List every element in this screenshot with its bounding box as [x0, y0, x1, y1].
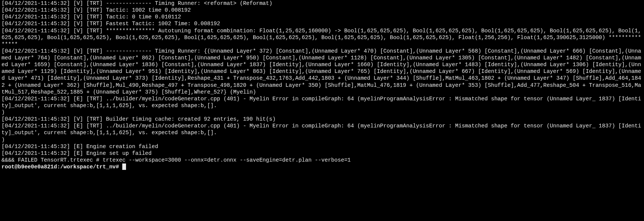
terminal-output[interactable]: [04/12/2021-11:45:32] [V] [TRT] --------… [0, 0, 644, 171]
log-line: [04/12/2021-11:45:32] [V] [TRT] Fastest … [2, 21, 220, 27]
log-line-autotuning: [04/12/2021-11:45:32] [V] [TRT] ********… [2, 28, 641, 47]
shell-prompt: root@b9ee0e0a821d:/workspace/trt_nv# [2, 164, 122, 170]
log-line-timing-runner: [04/12/2021-11:45:32] [V] [TRT] --------… [2, 48, 641, 95]
log-line: [04/12/2021-11:45:32] [V] [TRT] Builder … [2, 116, 276, 122]
log-line-failed: &&&& FAILED TensorRT.trtexec # trtexec -… [2, 157, 351, 163]
log-line: [04/12/2021-11:45:32] [V] [TRT] --------… [2, 0, 272, 6]
log-line: ) [2, 137, 5, 143]
log-line-error: [04/12/2021-11:45:32] [E] [TRT] ../build… [2, 96, 641, 109]
log-line-error: [04/12/2021-11:45:32] [E] Engine set up … [2, 150, 152, 156]
log-line: ) [2, 109, 5, 115]
log-line-error: [04/12/2021-11:45:32] [E] [TRT] ../build… [2, 123, 641, 136]
log-line: [04/12/2021-11:45:32] [V] [TRT] Tactic: … [2, 14, 181, 20]
cursor-icon[interactable] [122, 163, 126, 170]
log-line: [04/12/2021-11:45:32] [V] [TRT] Tactic: … [2, 7, 191, 13]
log-line-error: [04/12/2021-11:45:32] [E] Engine creatio… [2, 144, 158, 150]
